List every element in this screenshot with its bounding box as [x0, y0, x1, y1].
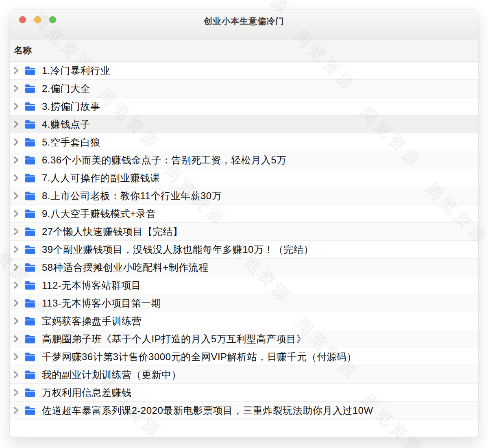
finder-window: 创业小本生意偏冷门 名称 1.冷门暴利行业 [10, 10, 478, 437]
chevron-right-icon[interactable] [13, 371, 19, 379]
list-item-label: 7.人人可操作的副业赚钱课 [42, 172, 160, 185]
chevron-right-icon[interactable] [13, 389, 19, 397]
chevron-right-icon[interactable] [13, 67, 19, 75]
list-item[interactable]: 112-无本博客站群项目 [10, 276, 478, 294]
list-item-label: 9.八大空手赚钱模式+录音 [42, 207, 156, 220]
chevron-right-icon[interactable] [13, 335, 19, 343]
list-item-label: 58种适合摆摊创业小吃配料+制作流程 [42, 261, 209, 274]
folder-icon [24, 120, 36, 129]
chevron-right-icon[interactable] [13, 120, 19, 128]
list-item-label: 高鹏圈弟子班《基于个人IP打造的月入5万互利型高产项目》 [42, 333, 306, 346]
folder-icon [24, 370, 36, 380]
chevron-right-icon[interactable] [13, 138, 19, 146]
folder-icon [24, 352, 36, 362]
folder-icon [24, 388, 36, 398]
folder-icon [24, 173, 36, 183]
list-item[interactable]: 27个懒人快速赚钱项目【完结】 [10, 223, 478, 241]
list-item-label: 3.捞偏门故事 [42, 100, 100, 113]
list-item[interactable]: 39个副业赚钱项目，没钱没人脉也能每年多赚10万！（完结） [10, 241, 478, 259]
list-item[interactable]: 113-无本博客小项目第一期 [10, 294, 478, 312]
folder-icon [24, 281, 36, 290]
list-item-label: 5.空手套白狼 [42, 136, 100, 149]
list-item[interactable]: 9.八大空手赚钱模式+录音 [10, 205, 478, 223]
folder-icon [24, 263, 36, 272]
list-item-label: 39个副业赚钱项目，没钱没人脉也能每年多赚10万！（完结） [42, 243, 314, 256]
list-item-label: 我的副业计划训练营（更新中） [42, 368, 181, 381]
watermark-text: 周览资源 [485, 0, 488, 39]
folder-icon [24, 245, 36, 254]
list-item[interactable]: 3.捞偏门故事 [10, 98, 478, 115]
list-item[interactable]: 4.赚钱点子 [10, 115, 478, 133]
folder-icon [24, 137, 36, 147]
list-item-label: 宝妈获客操盘手训练营 [42, 315, 142, 328]
list-item-label: 万权利用信息差赚钱 [42, 386, 132, 399]
chevron-right-icon[interactable] [13, 174, 19, 182]
chevron-right-icon[interactable] [13, 299, 19, 307]
list-item-label: 千梦网赚36计第3计售价3000元的全网VIP解析站，日赚千元（付源码） [42, 350, 357, 363]
chevron-right-icon[interactable] [13, 192, 19, 200]
name-column-label: 名称 [14, 44, 32, 57]
list-item[interactable]: 8.上市公司老板：教你11个行业年薪30万 [10, 187, 478, 205]
list-item[interactable]: 高鹏圈弟子班《基于个人IP打造的月入5万互利型高产项目》 [10, 330, 478, 348]
list-item-label: 113-无本博客小项目第一期 [42, 297, 161, 310]
list-item-label: 2.偏门大全 [42, 82, 90, 95]
folder-icon [24, 227, 36, 237]
list-item-label: 112-无本博客站群项目 [42, 279, 141, 292]
chevron-right-icon[interactable] [13, 281, 19, 289]
chevron-right-icon[interactable] [13, 228, 19, 236]
list-item[interactable]: 58种适合摆摊创业小吃配料+制作流程 [10, 259, 478, 276]
folder-icon [24, 334, 36, 344]
list-item[interactable]: 2.偏门大全 [10, 80, 478, 98]
file-list: 1.冷门暴利行业 2.偏门大全 3.捞偏门故事 [10, 62, 478, 420]
chevron-right-icon[interactable] [13, 263, 19, 272]
chevron-right-icon[interactable] [13, 156, 19, 164]
list-column-header[interactable]: 名称 [10, 39, 478, 62]
folder-icon [24, 406, 36, 415]
chevron-right-icon[interactable] [13, 85, 19, 93]
list-item[interactable]: 佐道超车暴富系列课2-2020最新电影票项目，三重炸裂玩法助你月入过10W [10, 402, 478, 420]
folder-icon [24, 209, 36, 219]
folder-icon [24, 191, 36, 201]
chevron-right-icon[interactable] [13, 353, 19, 361]
folder-icon [24, 84, 36, 94]
list-item-label: 8.上市公司老板：教你11个行业年薪30万 [42, 189, 222, 202]
list-item[interactable]: 万权利用信息差赚钱 [10, 384, 478, 402]
folder-icon [24, 66, 36, 76]
list-item[interactable]: 宝妈获客操盘手训练营 [10, 312, 478, 330]
folder-icon [24, 316, 36, 326]
chevron-right-icon[interactable] [13, 102, 19, 111]
list-item[interactable]: 我的副业计划训练营（更新中） [10, 366, 478, 384]
chevron-right-icon[interactable] [13, 407, 19, 415]
list-item-label: 1.冷门暴利行业 [42, 64, 110, 77]
list-item[interactable]: 千梦网赚36计第3计售价3000元的全网VIP解析站，日赚千元（付源码） [10, 348, 478, 366]
list-item[interactable]: 6.36个小而美的赚钱金点子：告别死工资，轻松月入5万 [10, 151, 478, 169]
folder-icon [24, 102, 36, 111]
list-item[interactable]: 1.冷门暴利行业 [10, 62, 478, 80]
folder-icon [24, 298, 36, 308]
chevron-right-icon[interactable] [13, 246, 19, 254]
folder-icon [24, 155, 36, 165]
list-item-label: 4.赚钱点子 [42, 118, 90, 131]
chevron-right-icon[interactable] [13, 210, 19, 218]
chevron-right-icon[interactable] [13, 317, 19, 325]
list-item-label: 27个懒人快速赚钱项目【完结】 [42, 225, 183, 238]
list-item[interactable]: 7.人人可操作的副业赚钱课 [10, 169, 478, 187]
window-title: 创业小本生意偏冷门 [10, 15, 478, 27]
list-item-label: 佐道超车暴富系列课2-2020最新电影票项目，三重炸裂玩法助你月入过10W [42, 404, 373, 417]
list-item-label: 6.36个小而美的赚钱金点子：告别死工资，轻松月入5万 [42, 154, 287, 167]
list-item[interactable]: 5.空手套白狼 [10, 133, 478, 151]
title-bar: 创业小本生意偏冷门 [10, 10, 478, 39]
